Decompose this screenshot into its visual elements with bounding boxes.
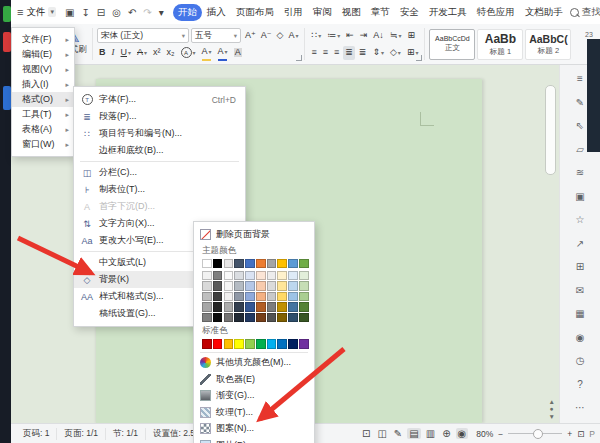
vertical-scrollbar[interactable] [545,71,554,379]
theme-tint-swatch[interactable] [213,281,223,290]
text-tool-button[interactable]: ≒▾ [388,29,404,43]
theme-tint-swatch[interactable] [267,271,277,280]
theme-color-swatch[interactable] [299,259,309,269]
style-heading-1[interactable]: AaBb标题 1 [477,29,523,60]
italic-button[interactable]: I [110,46,117,60]
select-tool-icon[interactable]: ⇖ [576,114,584,138]
fit-page-button[interactable]: ⊡ [577,429,584,439]
theme-tint-swatch[interactable] [234,292,244,301]
theme-tint-swatch[interactable] [277,281,287,290]
theme-tint-swatch[interactable] [277,292,287,301]
save-button[interactable]: ▣ [65,7,74,18]
menu-item-view[interactable]: 视图(V)▸ [12,62,74,77]
theme-tint-swatch[interactable] [299,271,309,280]
standard-color-swatch[interactable] [256,339,266,349]
file-menu-button[interactable]: ≡ 文件 ▾ [15,6,58,19]
justify-button[interactable]: ≣ [343,46,355,60]
history-icon[interactable]: ◷ [576,349,585,373]
record-icon[interactable]: ◉ [576,326,585,350]
theme-tint-swatch[interactable] [245,281,255,290]
theme-tint-swatch[interactable] [277,302,287,311]
theme-tint-swatch[interactable] [213,292,223,301]
menu-item-tools[interactable]: 工具(T)▸ [12,107,74,122]
standard-color-swatch[interactable] [224,339,234,349]
standard-color-swatch[interactable] [202,339,212,349]
theme-tint-swatch[interactable] [288,292,298,301]
tab-special-features[interactable]: 特色应用 [472,4,520,21]
standard-color-swatch[interactable] [213,339,223,349]
theme-tint-swatch[interactable] [234,313,244,322]
subscript-button[interactable]: x₂ [165,46,177,60]
menu-item-paragraph[interactable]: ≣段落(P)... [74,108,245,125]
numbering-button[interactable]: ≔▾ [325,29,342,43]
enclose-character-button[interactable]: A▾ [179,46,198,60]
theme-tint-swatch[interactable] [245,292,255,301]
theme-tint-swatch[interactable] [277,313,287,322]
eye-protection-mode-button[interactable]: ◉ [456,428,469,439]
theme-tint-swatch[interactable] [245,302,255,311]
tab-doc-assistant[interactable]: 文档助手 [520,4,568,21]
tab-view[interactable]: 视图 [337,4,366,21]
menu-item-more-fill-colors[interactable]: 其他填充颜色(M)... [194,355,314,372]
menu-item-insert[interactable]: 插入(I)▸ [12,77,74,92]
increase-font-size-button[interactable]: A⁺ [243,29,258,43]
character-shading-button[interactable]: A [232,46,244,60]
menu-item-drop-cap[interactable]: A首字下沉(D)... [74,198,245,215]
dock-app-icon-blue[interactable] [3,86,11,110]
tab-references[interactable]: 引用 [279,4,308,21]
find-command-button[interactable]: 查找命令... [570,6,600,19]
tab-page-layout[interactable]: 页面布局 [231,4,279,21]
shading-button[interactable]: ◇▾ [388,46,403,60]
menu-item-borders-shading[interactable]: 边框和底纹(B)... [74,142,245,159]
print-preview-button[interactable]: ◎ [112,7,121,18]
share-icon[interactable]: ↗ [576,232,584,256]
line-spacing-button[interactable]: ⇕▾ [370,46,386,60]
theme-color-swatch[interactable] [202,259,212,269]
theme-tint-swatch[interactable] [202,302,212,311]
theme-tint-swatch[interactable] [256,271,266,280]
theme-tint-swatch[interactable] [299,281,309,290]
two-page-view-button[interactable]: ◫ [375,428,388,439]
image-tool-icon[interactable]: ▣ [575,185,584,209]
theme-tint-swatch[interactable] [256,281,266,290]
tab-dev-tools[interactable]: 开发工具 [424,4,472,21]
align-center-button[interactable]: ≡ [321,46,330,60]
strikethrough-button[interactable]: A▾ [135,46,149,60]
theme-tint-swatch[interactable] [224,302,234,311]
decrease-indent-button[interactable]: ⇤ [344,29,356,43]
apps-add-icon[interactable]: ⊞ [576,255,584,279]
theme-tint-swatch[interactable] [277,271,287,280]
style-normal[interactable]: AaBbCcDd正文 [429,29,475,60]
dock-app-icon-red[interactable] [3,32,11,52]
highlight-color-button[interactable]: A▾ [200,44,214,61]
feedback-icon[interactable]: ✉ [576,279,584,303]
theme-tint-swatch[interactable] [213,313,223,322]
theme-tint-swatch[interactable] [256,313,266,322]
theme-color-swatch[interactable] [245,259,255,269]
theme-tint-swatch[interactable] [234,281,244,290]
menu-item-gradient[interactable]: 渐变(G)... [194,388,314,405]
menu-item-font[interactable]: T字体(F)...Ctrl+D [74,91,245,108]
menu-item-format[interactable]: 格式(O)▸ [12,92,74,107]
theme-color-swatch[interactable] [277,259,287,269]
theme-tint-swatch[interactable] [202,281,212,290]
more-icon[interactable]: ⋯ [575,396,585,420]
undo-button[interactable]: ↶ [128,7,136,18]
theme-tint-swatch[interactable] [299,313,309,322]
menu-item-pattern[interactable]: 图案(N)... [194,421,314,438]
theme-tint-swatch[interactable] [224,281,234,290]
theme-tint-swatch[interactable] [256,302,266,311]
align-left-button[interactable]: ≡ [309,46,318,60]
print-layout-view-button[interactable]: ▤ [407,428,420,439]
menu-item-tab-stops[interactable]: ⊦制表位(T)... [74,181,245,198]
theme-tint-swatch[interactable] [234,302,244,311]
bullets-button[interactable]: ∷▾ [309,29,323,43]
bold-button[interactable]: B [97,46,108,60]
theme-tint-swatch[interactable] [213,302,223,311]
menu-item-columns[interactable]: ◫分栏(C)... [74,164,245,181]
theme-tint-swatch[interactable] [224,292,234,301]
menu-item-eyedropper[interactable]: 取色器(E) [194,371,314,388]
distribute-button[interactable]: ≣ [357,46,369,60]
theme-tint-swatch[interactable] [202,313,212,322]
redo-button[interactable]: ↷ [143,7,151,18]
